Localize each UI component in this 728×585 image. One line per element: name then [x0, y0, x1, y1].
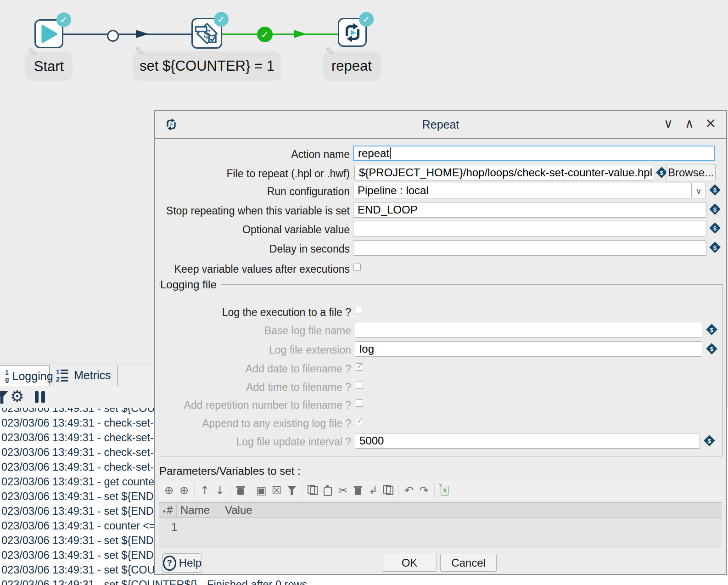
logging-file-group: Logging file Log the execution to a file…: [159, 284, 722, 456]
edit-pencil-icon: ✎: [135, 45, 145, 58]
excel-export-icon[interactable]: [440, 484, 450, 497]
toolbar-separator: [434, 484, 435, 497]
update-interval-label: Log file update interval ?: [159, 436, 351, 448]
tab-metrics-label: Metrics: [74, 369, 111, 382]
params-table-header: ▴ # Name Value: [159, 502, 722, 518]
clear-selection-icon[interactable]: ☒: [272, 484, 282, 497]
log-filter-icon[interactable]: [0, 391, 8, 404]
hop-success-check-icon: ✓: [257, 27, 273, 42]
help-button-label: Help: [179, 557, 202, 569]
log-exec-checkbox[interactable]: [356, 307, 363, 314]
delay-label: Delay in seconds: [155, 243, 350, 255]
node-set-counter-label[interactable]: set ${COUNTER} = 1: [133, 51, 281, 81]
copy-icon[interactable]: [308, 484, 318, 497]
edit-pencil-icon: ✎: [325, 45, 335, 58]
svg-text:$: $: [660, 170, 663, 176]
optional-value-input[interactable]: [353, 221, 706, 236]
action-name-value: repeat: [358, 147, 389, 160]
svg-text:$: $: [710, 327, 713, 333]
append-log-checkbox[interactable]: [356, 418, 363, 425]
close-icon[interactable]: ×: [702, 115, 719, 131]
browse-button[interactable]: Browse...: [666, 164, 716, 181]
chevron-down-icon[interactable]: ∨: [691, 183, 706, 198]
variable-dollar-icon[interactable]: $: [706, 323, 718, 336]
svg-text:$: $: [710, 346, 713, 353]
variable-dollar-icon[interactable]: $: [709, 184, 721, 196]
log-extension-input[interactable]: log: [355, 341, 702, 357]
svg-text:$: $: [708, 438, 711, 444]
duplicate-icon[interactable]: [383, 484, 393, 497]
toolbar-separator: [398, 484, 399, 497]
minimize-icon[interactable]: ∨: [660, 116, 677, 130]
file-to-repeat-input[interactable]: ${PROJECT_HOME}/hop/loops/check-set-coun…: [354, 165, 653, 180]
help-button[interactable]: ? Help: [162, 553, 202, 573]
params-toolbar: ⊕⊕↑↓▣☒✂↲↶↷: [159, 481, 722, 500]
insert-row-before-icon[interactable]: ⊕: [164, 484, 174, 497]
add-time-checkbox[interactable]: [356, 382, 363, 389]
variable-dollar-icon[interactable]: $: [709, 203, 721, 215]
metrics-icon: 1 2: [56, 368, 71, 383]
add-date-label: Add date to filename ?: [159, 363, 351, 375]
select-all-icon[interactable]: ▣: [256, 484, 267, 497]
hop-gui-window: ✓ ✓ ✎ Start $ ✓ ✎ set ${COUNTER} = 1: [0, 0, 728, 585]
keep-values-checkbox[interactable]: [353, 264, 361, 271]
add-repetition-label: Add repetition number to filename ?: [159, 399, 351, 411]
column-header-name[interactable]: Name: [177, 503, 221, 518]
column-header-value[interactable]: Value: [221, 503, 722, 518]
hop-midpoint-circle[interactable]: [107, 30, 119, 42]
repeat-icon: [341, 21, 364, 44]
hop-arrow-icon: [136, 30, 149, 38]
variable-dollar-icon[interactable]: $: [709, 222, 721, 234]
log-extension-label: Log file extension: [159, 344, 351, 356]
base-log-name-input[interactable]: [355, 322, 702, 338]
logging-tab-icon: 1g: [5, 369, 9, 383]
filter-icon[interactable]: [287, 484, 297, 497]
action-name-input[interactable]: repeat: [353, 146, 715, 161]
ok-button[interactable]: OK: [382, 554, 437, 572]
dialog-titlebar[interactable]: Repeat ∨ ∧ ×: [155, 111, 726, 139]
variable-dollar-icon[interactable]: $: [706, 343, 718, 355]
maximize-icon[interactable]: ∧: [681, 116, 698, 130]
svg-text:$: $: [713, 225, 717, 232]
tab-logging[interactable]: 1g Logging: [0, 365, 50, 387]
repeat-dialog: Repeat ∨ ∧ × Action name repeat File to …: [154, 110, 727, 575]
hop-line-start-to-set[interactable]: [63, 34, 192, 35]
insert-row-after-icon[interactable]: ⊕: [179, 484, 189, 497]
cancel-button[interactable]: Cancel: [440, 554, 497, 572]
variable-dollar-icon[interactable]: $: [709, 241, 721, 253]
variable-dollar-icon[interactable]: $: [703, 434, 716, 447]
delay-input[interactable]: [353, 240, 706, 256]
text-cursor: [390, 147, 391, 159]
move-into-icon[interactable]: ↲: [368, 484, 378, 497]
append-log-label: Append to any existing log file ?: [159, 417, 351, 430]
params-table-body[interactable]: 1: [159, 518, 722, 548]
log-settings-gear-icon[interactable]: ⚙: [10, 387, 24, 405]
add-repetition-checkbox[interactable]: [356, 399, 363, 407]
delete-rows-icon[interactable]: [353, 484, 363, 497]
paste-icon[interactable]: [323, 484, 333, 497]
move-rows-up-icon[interactable]: ↑: [200, 484, 210, 497]
undo-icon[interactable]: ↶: [404, 484, 414, 497]
log-pause-icon[interactable]: [35, 391, 45, 403]
svg-text:1: 1: [56, 368, 60, 376]
redo-icon[interactable]: ↷: [419, 484, 429, 497]
toolbar-separator: [302, 484, 302, 497]
update-interval-input[interactable]: 5000: [355, 433, 700, 449]
column-header-num[interactable]: ▴ #: [159, 503, 177, 518]
cut-icon[interactable]: ✂: [338, 484, 348, 497]
tab-logging-label: Logging: [12, 370, 53, 383]
node-set-counter-check-badge: ✓: [214, 12, 229, 27]
log-exec-label: Log the execution to a file ?: [159, 306, 351, 319]
toolbar-separator: [194, 484, 195, 497]
help-icon: ?: [163, 556, 176, 571]
run-configuration-value: Pipeline : local: [358, 184, 429, 197]
run-configuration-combo[interactable]: Pipeline : local ∨: [353, 183, 706, 198]
hop-line-set-to-repeat[interactable]: [222, 34, 338, 35]
move-rows-down-icon[interactable]: ↓: [215, 484, 225, 497]
add-date-checkbox[interactable]: [356, 363, 363, 371]
clear-rows-icon[interactable]: [235, 484, 246, 497]
logging-file-group-title: Logging file: [160, 278, 221, 291]
stop-variable-input[interactable]: END_LOOP: [353, 202, 706, 218]
node-repeat-check-badge: ✓: [359, 12, 374, 27]
tab-metrics[interactable]: 1 2 Metrics: [50, 365, 118, 386]
